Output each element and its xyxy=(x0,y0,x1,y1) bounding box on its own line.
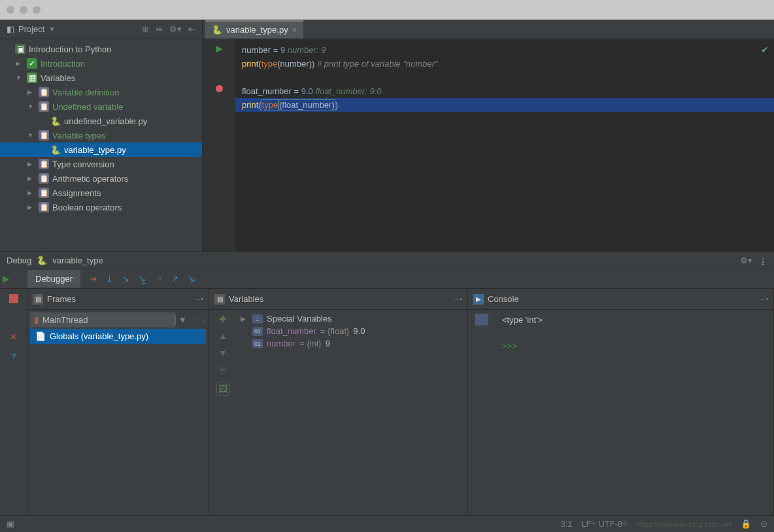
down-icon[interactable]: ▼ xyxy=(218,348,227,358)
tree-label: Type conversion xyxy=(52,159,114,169)
debug-title: Debug xyxy=(7,256,31,265)
tree-item[interactable]: ▶📋Arithmetic operators xyxy=(0,171,202,186)
var-name: number xyxy=(267,339,295,348)
close-icon[interactable]: ✕ xyxy=(8,331,20,342)
frame-globals[interactable]: 📄 Globals (variable_type.py) xyxy=(30,329,206,344)
download-icon[interactable]: ⭳ xyxy=(759,256,767,265)
gear-icon[interactable]: ⚙▾ xyxy=(169,24,182,34)
up-icon[interactable]: ▲ xyxy=(218,331,227,341)
gear-icon[interactable]: ⚙▾ xyxy=(740,256,752,265)
console-line: <type 'int'> xyxy=(502,314,767,327)
special-vars-label: Special Variables xyxy=(267,314,331,324)
thread-row[interactable]: ▮ MainThread xyxy=(30,312,175,327)
tree-item[interactable]: ▶📋Type conversion xyxy=(0,157,202,171)
tree-item[interactable]: ▼📋Undefined variable xyxy=(0,99,202,114)
code-token: ( xyxy=(258,100,261,110)
tree-item[interactable]: ▶📋Boolean operators xyxy=(0,200,202,214)
evaluate-icon[interactable]: ↘ᵢ xyxy=(188,274,196,284)
tree-item[interactable]: ▼📋Variable types xyxy=(0,128,202,142)
tree-label: Arithmetic operators xyxy=(52,174,128,184)
max-dot[interactable] xyxy=(33,6,41,14)
tree-item[interactable]: undefined_variable.py xyxy=(0,114,202,128)
arrow-icon: ▶ xyxy=(27,161,35,167)
code-token: (number)) xyxy=(277,59,314,69)
step-icons: ⇥ ⤓ ↘ ↘̲ ↗ ↗ ↘ᵢ xyxy=(80,274,205,284)
tree-label: Introduction to Python xyxy=(29,44,111,54)
force-step-into-icon[interactable]: ↘̲ xyxy=(139,274,146,284)
project-panel: ◧ Project ▼ ⊕ ⇹ ⚙▾ ⇤ ▣Introduction to Py… xyxy=(0,20,203,251)
close-icon[interactable]: × xyxy=(292,25,297,35)
console-panel: ▶ Console →• <type 'int'> >>> xyxy=(468,289,774,515)
code-token: ) xyxy=(335,100,338,110)
pin-icon[interactable]: →• xyxy=(453,295,462,303)
run-arrow-icon[interactable]: ▶ xyxy=(216,43,223,54)
resume-icon[interactable]: ▶ xyxy=(0,273,12,285)
gutter[interactable]: ▶ xyxy=(203,39,235,251)
down-icon[interactable]: ↓ xyxy=(202,315,207,325)
arrow-icon: ▶ xyxy=(27,89,35,95)
inspect-icon[interactable]: ⊙ xyxy=(760,519,767,529)
frames-panel: ▤ Frames →• ▮ MainThread ▼ ↑ ↓ xyxy=(27,289,209,515)
lock-icon[interactable]: 🔒 xyxy=(741,519,751,529)
collapse-icon[interactable]: ⇹ xyxy=(156,24,163,34)
min-dot[interactable] xyxy=(20,6,27,14)
inlay-hint: float_number: 9.0 xyxy=(313,86,382,96)
editor-area: variable_type.py × ▶ ✔ number = 9 number… xyxy=(203,20,774,251)
copy-icon[interactable]: ⎘ xyxy=(220,365,226,375)
var-name: float_number xyxy=(267,326,316,336)
pin-icon[interactable]: →• xyxy=(759,295,768,303)
arrow-icon: ▼ xyxy=(16,75,24,81)
thread-dropdown[interactable]: ▼ xyxy=(175,315,190,325)
hide-icon[interactable]: ⇤ xyxy=(188,24,195,34)
folder-icon: ▣ xyxy=(15,44,25,54)
cursor-position[interactable]: 3:1 xyxy=(560,519,572,529)
variable-row[interactable]: 01float_number = {float} 9.0 xyxy=(241,325,463,337)
frames-header: ▤ Frames →• xyxy=(27,289,209,310)
watermark: https://yunyaniu.blog.csdn.net xyxy=(636,520,732,528)
code-editor[interactable]: ✔ number = 9 number: 9 print(type(number… xyxy=(235,39,774,251)
clip-icon: 📋 xyxy=(39,202,49,212)
show-exec-icon[interactable]: ⇥ xyxy=(90,274,97,284)
variable-row[interactable]: 01number = {int} 9 xyxy=(241,337,463,350)
step-over-icon[interactable]: ⤓ xyxy=(106,274,113,284)
tab-debugger[interactable]: Debugger xyxy=(27,270,80,288)
close-dot[interactable] xyxy=(7,6,14,14)
console-btn[interactable] xyxy=(475,314,488,325)
step-into-icon[interactable]: ↘ xyxy=(122,274,129,284)
variables-icon: ▤ xyxy=(214,294,225,305)
tree-item[interactable]: variable_type.py xyxy=(0,142,202,157)
tree-item[interactable]: ▶📋Variable definition xyxy=(0,85,202,99)
tree-label: undefined_variable.py xyxy=(64,116,147,126)
encoding[interactable]: LF÷ UTF-8÷ xyxy=(582,519,628,529)
tree-item[interactable]: ▼▦Variables xyxy=(0,71,202,85)
python-icon xyxy=(37,255,47,265)
clip-icon: 📋 xyxy=(39,188,49,198)
console-output[interactable]: <type 'int'> >>> xyxy=(496,310,773,515)
editor-tab[interactable]: variable_type.py × xyxy=(205,20,303,39)
tree-label: Introduction xyxy=(41,59,85,69)
top-area: ◧ Project ▼ ⊕ ⇹ ⚙▾ ⇤ ▣Introduction to Py… xyxy=(0,20,774,251)
code-token: print xyxy=(242,100,258,110)
view-icon[interactable]: 🖼 xyxy=(216,382,229,396)
add-watch-icon[interactable]: ✚ xyxy=(219,314,227,324)
chevron-down-icon: ▼ xyxy=(48,25,55,33)
variables-tree[interactable]: ▶ :: Special Variables 01float_number = … xyxy=(237,310,467,515)
target-icon[interactable]: ⊕ xyxy=(142,24,149,34)
tree-item[interactable]: ▶✓Introduction xyxy=(0,56,202,71)
project-title[interactable]: ◧ Project ▼ xyxy=(7,24,55,34)
stop-icon[interactable] xyxy=(9,294,18,303)
tree-item[interactable]: ▶📋Assignments xyxy=(0,186,202,200)
breakpoint-icon[interactable] xyxy=(216,85,223,92)
run-to-cursor-icon[interactable]: ↗ xyxy=(171,274,178,284)
pin-icon[interactable]: →• xyxy=(194,295,203,303)
step-out-icon[interactable]: ↗ xyxy=(155,274,162,284)
frames-list[interactable]: ▮ MainThread ▼ ↑ ↓ 📄 Globals (variable_t… xyxy=(27,310,209,515)
status-icon[interactable]: ▣ xyxy=(7,519,14,529)
code-token: = xyxy=(292,86,301,96)
special-vars-row[interactable]: ▶ :: Special Variables xyxy=(241,312,463,325)
code-token: print xyxy=(242,59,258,69)
project-tree[interactable]: ▣Introduction to Python▶✓Introduction▼▦V… xyxy=(0,39,202,217)
help-icon[interactable]: ? xyxy=(8,350,20,362)
up-icon[interactable]: ↑ xyxy=(194,315,198,325)
tree-item[interactable]: ▣Introduction to Python xyxy=(0,42,202,56)
